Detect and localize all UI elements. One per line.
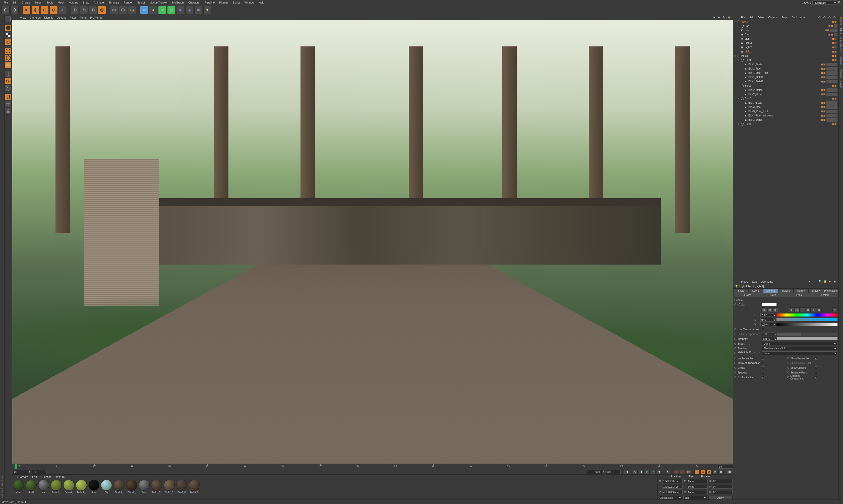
visibility-dot[interactable] [823, 76, 825, 78]
material-thumb[interactable]: plant [13, 480, 24, 493]
visibility-dot[interactable] [835, 85, 837, 87]
hue-slider[interactable] [776, 313, 838, 317]
key-options-button[interactable] [727, 470, 732, 474]
coord-field[interactable] [712, 490, 733, 494]
coords-apply-button[interactable]: Apply [709, 496, 733, 500]
visibility-dot[interactable] [823, 106, 825, 108]
key-rot-button[interactable] [706, 470, 712, 474]
object-row[interactable]: ▲Blok3_Roof_Windows [733, 113, 839, 118]
material-thumb[interactable]: Default_ [63, 480, 75, 493]
tag-icon[interactable] [834, 101, 838, 105]
go-end-button[interactable] [665, 470, 670, 474]
material-thumb[interactable]: stone [88, 480, 100, 493]
visibility-dot[interactable] [821, 110, 823, 112]
side-tab-attributes[interactable]: Attributes [840, 68, 842, 79]
expand-icon[interactable]: ⊟ [734, 21, 737, 23]
attr-nav-icon-0[interactable]: ◂ [808, 280, 812, 283]
tag-icon[interactable] [834, 114, 838, 118]
tag-icon[interactable] [830, 75, 834, 79]
key-pos-button[interactable] [694, 470, 699, 474]
attr-nav-icon-5[interactable]: ⊞ [833, 280, 837, 283]
inner-end-field[interactable] [587, 470, 602, 474]
checkbox[interactable] [814, 366, 818, 369]
checkbox[interactable] [762, 362, 765, 364]
material-thumb[interactable]: Blok2_D [176, 480, 188, 493]
visibility-dot[interactable] [823, 89, 825, 91]
mat-menu-function[interactable]: Function [39, 475, 53, 479]
visibility-dot[interactable] [835, 123, 837, 125]
menu-edit[interactable]: Edit [11, 0, 19, 5]
object-row[interactable]: ⊟◯Blok2 [733, 84, 839, 88]
visibility-dot[interactable] [823, 102, 825, 104]
attr-tab-details[interactable]: Details [778, 289, 793, 293]
expand-icon[interactable]: ⊞ [738, 123, 740, 125]
shadow-select[interactable]: Shadow Maps (Soft) [762, 347, 838, 350]
material-thumb[interactable]: plant2 [25, 480, 37, 493]
menu-mograph[interactable]: MoGraph [170, 0, 186, 5]
object-row[interactable]: ▲Blok3_Roof [733, 105, 839, 109]
vp-menu-filter[interactable]: Filter [68, 15, 77, 20]
visibility-dot[interactable] [821, 76, 823, 78]
side-tab-content-browser[interactable]: Content Browser [840, 36, 842, 54]
material-thumb[interactable]: Blok2_B [163, 480, 175, 493]
next-key-button[interactable] [657, 470, 662, 474]
tag-icon[interactable] [826, 118, 830, 122]
menu-tools[interactable]: Tools [45, 0, 55, 5]
vp-zoom-icon[interactable]: ⊕ [718, 16, 721, 19]
timeline-ruler[interactable]: 051015202530354045505560657075808590 [12, 464, 733, 469]
object-row[interactable]: ◉Light4 [733, 37, 839, 41]
tag-icon[interactable] [826, 75, 830, 79]
object-row[interactable]: ◐Sky [733, 28, 839, 32]
material-thumb[interactable]: Sky [101, 480, 112, 493]
panel-grip-icon[interactable]: ⋮⋮ [735, 280, 738, 283]
tag-icon[interactable] [834, 105, 838, 109]
tag-icon[interactable] [834, 88, 838, 92]
workplane-icon[interactable] [5, 101, 12, 107]
symmetry-icon[interactable]: S [5, 85, 12, 91]
autokey-button[interactable] [680, 470, 685, 474]
move-tool-icon[interactable] [32, 6, 40, 14]
menu-pipeline[interactable]: Pipeline [203, 0, 217, 5]
object-row[interactable]: ▲Blok1_Roof_Roof [733, 71, 839, 75]
color-kelvin-icon[interactable]: K [800, 307, 805, 312]
visibility-dot[interactable] [821, 89, 823, 91]
checkbox[interactable] [762, 371, 765, 374]
visibility-dot[interactable] [821, 106, 823, 108]
panel-grip-icon[interactable]: ⋮⋮ [14, 475, 17, 479]
redo-button[interactable] [11, 6, 19, 14]
attr-menu-edit[interactable]: Edit [750, 280, 759, 284]
subdivision-icon[interactable] [158, 6, 166, 14]
tag-icon[interactable] [830, 93, 834, 96]
filter-icon[interactable]: ◇ [823, 16, 827, 19]
material-thumb[interactable]: Default_ [75, 480, 87, 493]
tag-icon[interactable] [834, 80, 838, 83]
select-tool-icon[interactable] [23, 6, 31, 14]
object-row[interactable]: ▲Blok1_Roof [733, 67, 839, 71]
polygons-mode-icon[interactable] [5, 62, 12, 68]
visibility-dot[interactable] [823, 64, 825, 66]
rotate-tool-icon[interactable] [50, 6, 58, 14]
pen-tool-icon[interactable] [149, 6, 157, 14]
material-thumb[interactable]: Blok3_B [188, 480, 200, 493]
world-coords-icon[interactable] [98, 6, 106, 14]
object-row[interactable]: ▲Blok2_Detal [733, 88, 839, 92]
visibility-dot[interactable] [832, 123, 834, 125]
visibility-dot[interactable] [823, 72, 825, 74]
tag-icon[interactable] [834, 29, 838, 32]
viewport-3d-view[interactable]: © Alberto Cibinetto, Baumatte [12, 20, 733, 464]
visibility-dot[interactable] [835, 55, 837, 57]
side-tab-takes[interactable]: Takes [840, 27, 842, 35]
vp-menu-options[interactable]: Options [55, 15, 68, 20]
hue-field[interactable] [760, 313, 773, 317]
checkbox[interactable] [762, 376, 765, 379]
tag-icon[interactable] [830, 114, 834, 118]
visible-light-select[interactable]: None [762, 352, 838, 355]
search-icon[interactable]: 🔍 [838, 1, 842, 4]
color-picker-icon[interactable]: ▣ [773, 307, 778, 312]
tag-icon[interactable] [834, 118, 838, 122]
sat-slider[interactable] [776, 318, 838, 321]
visibility-dot[interactable] [821, 68, 823, 70]
tag-icon[interactable] [834, 24, 838, 28]
range-end-field[interactable] [606, 470, 621, 474]
menu-snap[interactable]: Snap [81, 0, 91, 5]
